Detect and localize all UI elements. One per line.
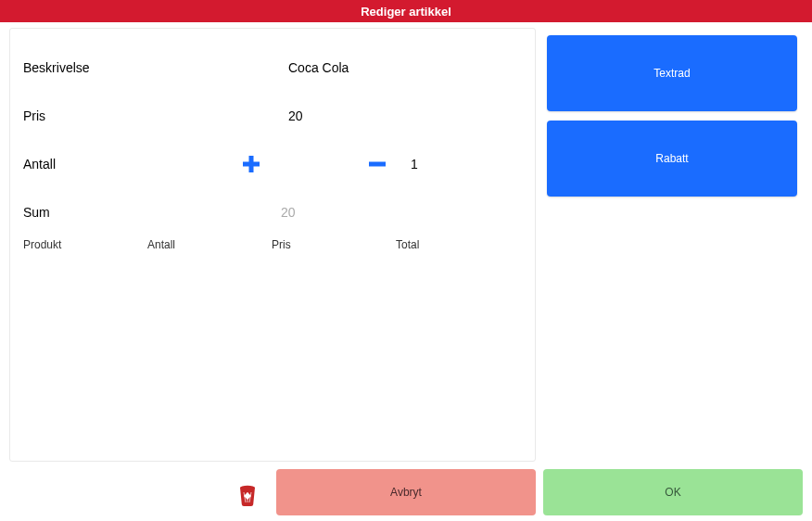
ok-button[interactable]: OK (543, 469, 803, 515)
value-description: Coca Cola (288, 60, 349, 75)
ok-label: OK (665, 486, 680, 499)
decrease-button[interactable] (364, 151, 390, 177)
label-description: Beskrivelse (23, 60, 227, 75)
value-price: 20 (288, 108, 303, 123)
label-price: Pris (23, 108, 227, 123)
row-price: Pris 20 (23, 92, 522, 140)
increase-button[interactable] (238, 151, 264, 177)
main-panel: Beskrivelse Coca Cola Pris 20 Antall (9, 28, 536, 462)
delete-button[interactable] (236, 481, 259, 509)
page-title: Rediger artikkel (361, 5, 451, 19)
titlebar: Rediger artikkel (0, 0, 812, 22)
discount-label: Rabatt (655, 152, 688, 165)
col-price: Pris (272, 238, 396, 251)
cancel-label: Avbryt (390, 486, 422, 499)
side-actions: Textrad Rabatt (547, 35, 797, 206)
col-product: Produkt (23, 238, 147, 251)
trash-icon (238, 483, 257, 507)
label-sum: Sum (23, 205, 227, 220)
svg-rect-1 (243, 162, 260, 167)
col-quantity: Antall (147, 238, 272, 251)
row-quantity: Antall 1 (23, 140, 522, 188)
footer: Avbryt OK (0, 469, 812, 521)
subitems-header: Produkt Antall Pris Total (23, 238, 522, 251)
plus-icon (241, 154, 261, 174)
row-sum: Sum 20 (23, 188, 522, 236)
textline-button[interactable]: Textrad (547, 35, 797, 111)
minus-icon (367, 154, 387, 174)
cancel-button[interactable]: Avbryt (276, 469, 536, 515)
svg-rect-2 (369, 162, 386, 167)
value-sum: 20 (281, 205, 296, 220)
col-total: Total (396, 238, 507, 251)
textline-label: Textrad (653, 67, 690, 80)
value-quantity: 1 (411, 157, 448, 172)
discount-button[interactable]: Rabatt (547, 121, 797, 197)
label-quantity: Antall (23, 157, 227, 172)
row-description: Beskrivelse Coca Cola (23, 44, 522, 92)
